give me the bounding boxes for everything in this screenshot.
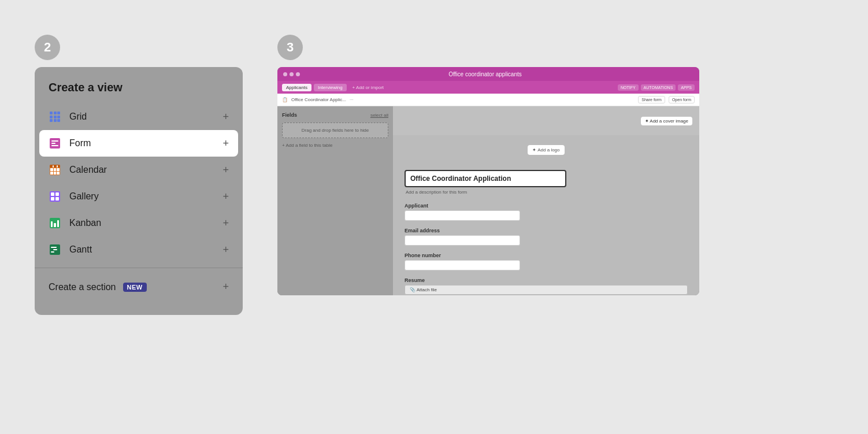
step-2-indicator: 2 (35, 35, 60, 60)
create-section-label: Create a section (49, 282, 116, 292)
gallery-icon (49, 190, 61, 203)
view-item-form[interactable]: Form + (39, 130, 238, 157)
at-field-drop-zone: Drag and drop fields here to hide (282, 123, 388, 138)
open-form-btn[interactable]: Open form (669, 96, 695, 103)
at-topbar: Office coordinator applicants (277, 67, 699, 81)
airtable-window: Office coordinator applicants Applicants… (277, 67, 699, 295)
at-field-phone: Phone number (405, 253, 688, 270)
new-badge: NEW (123, 283, 147, 292)
at-toolbar-actions: Share form Open form (638, 96, 695, 103)
view-item-gantt[interactable]: Gantt + (35, 236, 243, 263)
at-sidebar: Fields select all Drag and drop fields h… (277, 106, 393, 295)
main-container: 2 Create a view Grid + (0, 0, 868, 434)
gallery-label: Gallery (69, 191, 99, 202)
gantt-label: Gantt (69, 244, 92, 255)
gallery-plus-icon[interactable]: + (222, 191, 229, 203)
at-field-email-input[interactable] (405, 235, 520, 246)
notify-btn[interactable]: NOTIFY (618, 84, 639, 91)
at-toolbar: 📋 Office Coordinator Applic... ··· Share… (277, 94, 699, 106)
at-dot-2 (290, 72, 294, 76)
at-form-content: Office Coordinator Application Add a des… (393, 164, 699, 295)
tab-add-import[interactable]: + Add or import (349, 84, 387, 91)
step-3-section: 3 Office coordinator applicants Applican… (277, 35, 845, 295)
at-field-email-label: Email address (405, 228, 688, 233)
at-tabbar: Applicants Interviewing + Add or import … (277, 81, 699, 94)
create-section-row[interactable]: Create a section NEW + (35, 273, 243, 301)
create-view-title: Create a view (35, 81, 243, 103)
step-3-indicator: 3 (277, 35, 303, 60)
at-field-phone-label: Phone number (405, 253, 688, 258)
share-form-btn[interactable]: Share form (638, 96, 665, 103)
at-form-desc[interactable]: Add a description for this form (405, 190, 688, 195)
kanban-label: Kanban (69, 218, 101, 228)
view-item-calendar[interactable]: Calendar + (35, 157, 243, 183)
tab-applicants[interactable]: Applicants (282, 84, 311, 91)
at-topbar-title: Office coordinator applicants (300, 71, 670, 77)
at-form-title-container: Office Coordinator Application (405, 170, 688, 187)
at-field-applicant: Applicant (405, 203, 688, 221)
calendar-plus-icon[interactable]: + (222, 164, 229, 176)
at-sidebar-select-all[interactable]: select all (370, 113, 388, 118)
form-icon (49, 137, 61, 150)
at-topbar-icons (283, 72, 300, 76)
at-form-logo-area: ✦ Add a logo (393, 135, 699, 164)
section-plus-icon[interactable]: + (222, 281, 229, 293)
view-item-gallery[interactable]: Gallery + (35, 183, 243, 210)
step-2-section: 2 Create a view Grid + (35, 35, 243, 315)
at-form-area: ✦ Add a cover image ✦ Add a logo Office … (393, 106, 699, 295)
at-field-applicant-input[interactable] (405, 210, 520, 221)
at-form-title[interactable]: Office Coordinator Application (405, 170, 566, 187)
at-logo-btn[interactable]: ✦ Add a logo (528, 145, 564, 155)
calendar-icon (49, 164, 61, 176)
at-field-resume-label: Resume (405, 277, 688, 283)
kanban-icon (49, 217, 61, 229)
kanban-plus-icon[interactable]: + (222, 217, 229, 229)
automations-btn[interactable]: AUTOMATIONS (641, 84, 676, 91)
at-add-field[interactable]: + Add a field to this table (282, 143, 388, 148)
tab-interviewing[interactable]: Interviewing (314, 84, 347, 91)
at-field-applicant-label: Applicant (405, 203, 688, 209)
at-attach-file-btn[interactable]: 📎 Attach file (405, 285, 688, 295)
at-main: Fields select all Drag and drop fields h… (277, 106, 699, 295)
gantt-plus-icon[interactable]: + (222, 244, 229, 256)
grid-plus-icon[interactable]: + (222, 111, 229, 123)
grid-label: Grid (69, 112, 87, 122)
at-breadcrumb: Office Coordinator Applic... (291, 97, 346, 102)
at-sidebar-header: Fields select all (282, 112, 388, 118)
apps-btn[interactable]: APPS (678, 84, 695, 91)
at-dot-1 (283, 72, 287, 76)
at-form-header: ✦ Add a cover image (393, 106, 699, 135)
create-view-card: Create a view Grid + (35, 67, 243, 315)
view-item-grid[interactable]: Grid + (35, 103, 243, 130)
calendar-label: Calendar (69, 165, 107, 175)
at-sidebar-fields-label: Fields (282, 112, 297, 118)
at-field-phone-input[interactable] (405, 260, 520, 270)
form-plus-icon[interactable]: + (222, 138, 229, 150)
at-dot-3 (296, 72, 300, 76)
at-cover-btn[interactable]: ✦ Add a cover image (641, 117, 692, 125)
grid-icon (49, 110, 61, 123)
at-right-actions: NOTIFY AUTOMATIONS APPS (618, 84, 695, 91)
at-field-resume: Resume 📎 Attach file (405, 277, 688, 295)
view-item-kanban[interactable]: Kanban + (35, 210, 243, 236)
form-label: Form (69, 138, 91, 149)
at-field-email: Email address (405, 228, 688, 246)
gantt-icon (49, 243, 61, 256)
